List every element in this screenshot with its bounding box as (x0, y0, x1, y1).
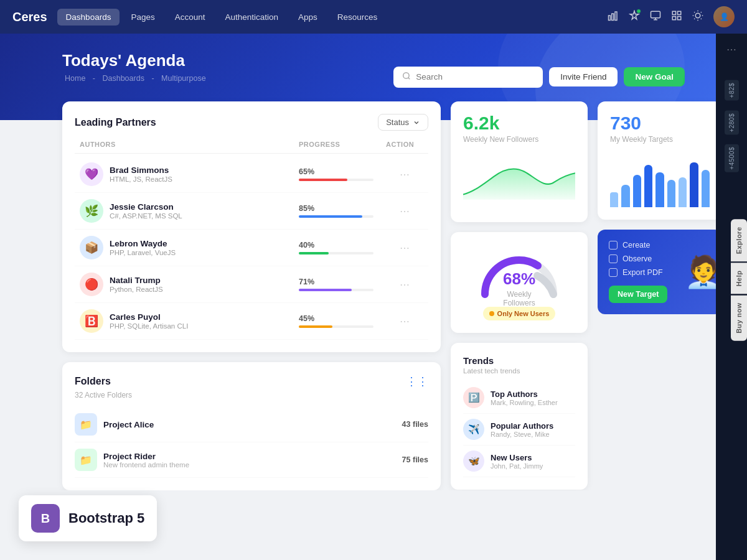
partner-tech: Python, ReactJS (110, 286, 163, 293)
grid-icon[interactable] (671, 10, 682, 24)
svg-line-16 (701, 12, 702, 12)
breadcrumb-dashboards[interactable]: Dashboards (102, 74, 144, 83)
progress-percent: 65% (299, 167, 386, 176)
nav-pages[interactable]: Pages (122, 9, 163, 26)
breadcrumb: Home - Dashboards - Multipurpose (62, 74, 685, 83)
list-item: 🅿️ Top Authors Mark, Rowling, Esther (463, 382, 575, 414)
svg-line-15 (694, 19, 695, 19)
followers-count: 6.2k (463, 114, 575, 133)
nav-authentication[interactable]: Authentication (216, 9, 287, 26)
table-row: 🔴 Natali Trump Python, ReactJS 71% ⋯ (75, 266, 428, 303)
targets-bar-chart (610, 151, 710, 207)
action-menu[interactable]: ⋯ (386, 279, 423, 291)
checkbox-export-pdf[interactable] (609, 268, 618, 277)
folders-options-icon[interactable]: ⋮⋮ (406, 375, 428, 388)
progress-bar-bg (299, 215, 374, 218)
status-dropdown[interactable]: Status (378, 114, 428, 131)
breadcrumb-home[interactable]: Home (65, 74, 85, 83)
progress-percent: 85% (299, 204, 386, 213)
svg-rect-6 (672, 17, 675, 20)
leading-partners-card: Leading Partners Status AUTHORS PROGRESS… (62, 101, 441, 352)
progress-percent: 71% (299, 278, 386, 286)
svg-rect-4 (672, 11, 675, 14)
page-title: Todays' Agenda (62, 51, 685, 70)
sun-icon[interactable] (692, 10, 703, 24)
side-tab-buy-now[interactable]: Buy now (731, 295, 747, 340)
trend-name: Top Authors (491, 390, 558, 399)
trend-icon: 🅿️ (463, 387, 484, 408)
nav-account[interactable]: Account (166, 9, 214, 26)
action-menu[interactable]: ⋯ (386, 205, 423, 217)
list-item: 🦋 New Users John, Pat, Jimmy (463, 446, 575, 477)
right-column: 730 My Weekly Targets Cereate (598, 101, 722, 490)
panel-dots-icon[interactable]: ⋯ (726, 44, 736, 55)
new-goal-button[interactable]: New Goal (624, 67, 685, 86)
svg-line-12 (701, 19, 702, 19)
sparkle-icon[interactable] (629, 10, 640, 24)
folders-list: 📁 Project Alice 43 files 📁 Project Rider… (75, 407, 428, 478)
svg-rect-5 (678, 11, 681, 14)
progress-bar-fill (299, 325, 332, 328)
nav-dashboards[interactable]: Dashboards (57, 9, 120, 26)
progress-col: 40% (299, 241, 386, 254)
partner-avatar: 🅱️ (80, 309, 103, 333)
svg-rect-7 (678, 17, 681, 20)
checkbox-observe[interactable] (609, 254, 618, 263)
checkbox-cereate[interactable] (609, 241, 618, 250)
chart-icon[interactable] (608, 10, 619, 24)
blue-promo-card: Cereate Observe Export PDF New Target 🧑‍… (598, 230, 722, 314)
folder-icon: 📁 (75, 413, 97, 436)
nav-apps[interactable]: Apps (289, 9, 326, 26)
folder-name: Project Rider (103, 452, 189, 461)
partner-name: Brad Simmons (110, 166, 172, 175)
gauge-card: 68% Weekly Followers Only New Users (451, 232, 588, 333)
badge-4500: +4500$ (725, 144, 739, 172)
brand-logo: Ceres (12, 10, 47, 24)
lp-title: Leading Partners (75, 117, 156, 128)
progress-col: 71% (299, 278, 386, 291)
progress-col: 65% (299, 167, 386, 181)
list-item: ✈️ Popular Authors Randy, Steve, Mike (463, 414, 575, 446)
trend-icon: ✈️ (463, 419, 484, 440)
partner-tech: C#, ASP.NET, MS SQL (110, 212, 182, 220)
partner-info: 🔴 Natali Trump Python, ReactJS (80, 273, 299, 296)
targets-card: 730 My Weekly Targets (598, 101, 722, 220)
trends-title: Trends (463, 355, 575, 366)
only-new-users-badge: Only New Users (483, 307, 556, 320)
action-menu[interactable]: ⋯ (386, 169, 423, 180)
folders-header: Folders ⋮⋮ (75, 375, 428, 388)
new-target-button[interactable]: New Target (609, 286, 667, 303)
progress-bar-fill (299, 289, 352, 291)
partner-avatar: 💜 (80, 162, 103, 186)
partner-avatar: 🔴 (80, 273, 103, 296)
action-menu[interactable]: ⋯ (386, 315, 423, 327)
progress-bar-bg (299, 252, 374, 254)
progress-bar-fill (299, 252, 329, 254)
badge-280: +280$ (725, 111, 739, 135)
table-row: 🌿 Jessie Clarcson C#, ASP.NET, MS SQL 85… (75, 193, 428, 230)
search-box[interactable] (393, 67, 543, 88)
message-icon[interactable] (650, 10, 661, 24)
action-menu[interactable]: ⋯ (386, 242, 423, 254)
search-input[interactable] (416, 72, 534, 82)
folder-files: 43 files (402, 420, 428, 429)
trends-list: 🅿️ Top Authors Mark, Rowling, Esther ✈️ … (463, 382, 575, 477)
partner-avatar: 🌿 (80, 199, 103, 223)
side-tab-help[interactable]: Help (731, 263, 747, 294)
trends-subtitle: Latest tech trends (463, 367, 575, 375)
user-avatar[interactable]: 👤 (713, 6, 735, 27)
partner-name: Carles Puyol (110, 312, 188, 322)
gauge-wrap: 68% Weekly Followers (463, 251, 575, 301)
svg-point-17 (403, 72, 409, 78)
followers-card: 6.2k Weekly New Followers (451, 101, 588, 222)
middle-column: 6.2k Weekly New Followers (451, 101, 588, 490)
table-row: 📦 Lebron Wayde PHP, Laravel, VueJS 40% ⋯ (75, 230, 428, 266)
side-tab-explore[interactable]: Explore (731, 219, 747, 261)
invite-friend-button[interactable]: Invite Friend (549, 67, 618, 86)
svg-rect-0 (609, 16, 611, 21)
nav-links: Dashboards Pages Account Authentication … (57, 9, 387, 26)
nav-resources[interactable]: Resources (329, 9, 387, 26)
table-row: 💜 Brad Simmons HTML, JS, ReactJS 65% ⋯ (75, 156, 428, 193)
progress-percent: 45% (299, 314, 386, 323)
folder-name: Project Alice (103, 420, 154, 429)
